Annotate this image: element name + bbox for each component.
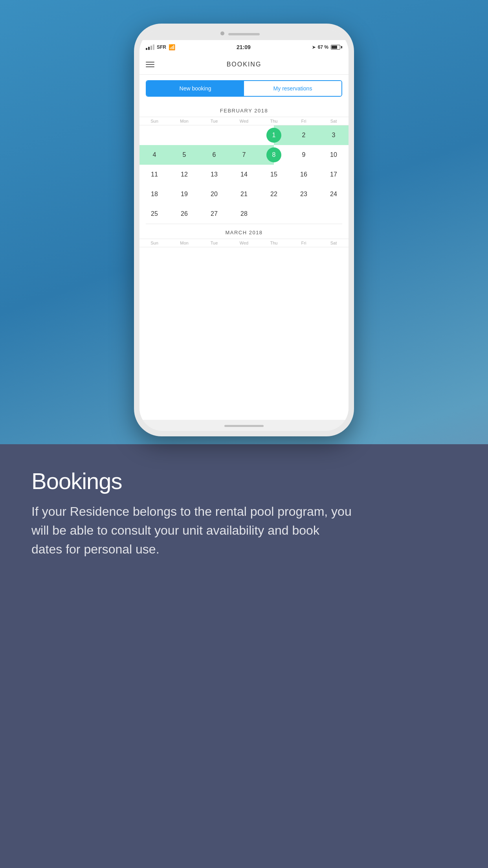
- phone-home-bar: [224, 425, 264, 427]
- cal-row-2: 4 5 6 7 8 9 10: [139, 145, 349, 165]
- cal-cell-10[interactable]: 10: [319, 145, 349, 165]
- dow-row-mar: Sun Mon Tue Wed Thu Fri Sat: [139, 239, 349, 247]
- cal-cell-20[interactable]: 20: [199, 184, 229, 204]
- wifi-icon: 📶: [169, 44, 175, 50]
- march-month-header: MARCH 2018: [139, 224, 349, 239]
- cal-cell-16[interactable]: 16: [289, 165, 319, 184]
- cal-cell-12[interactable]: 12: [169, 165, 199, 184]
- status-right: ➤ 67 %: [312, 44, 342, 50]
- day-circle-8: 8: [266, 147, 281, 162]
- cal-row-5: 25 26 27 28: [139, 204, 349, 224]
- february-month-header: FEBRUARY 2018: [139, 102, 349, 117]
- dow-row-feb: Sun Mon Tue Wed Thu Fri Sat: [139, 117, 349, 125]
- cal-cell-2[interactable]: 2: [289, 125, 319, 145]
- cal-cell-empty: [139, 125, 169, 145]
- app-title: BOOKING: [227, 61, 262, 68]
- status-left: SFR 📶: [146, 44, 175, 50]
- bookings-description: If your Residence belongs to the rental …: [31, 502, 354, 559]
- tab-switcher: New booking My reservations: [146, 80, 342, 97]
- cal-cell-empty: [199, 125, 229, 145]
- cal-cell-26[interactable]: 26: [169, 204, 199, 224]
- cal-cell-15[interactable]: 15: [259, 165, 289, 184]
- cal-cell-27[interactable]: 27: [199, 204, 229, 224]
- cal-cell-8[interactable]: 8: [259, 145, 289, 165]
- bookings-title: Bookings: [31, 468, 457, 494]
- cal-row-3: 11 12 13 14 15 16 17: [139, 165, 349, 184]
- carrier-label: SFR: [157, 44, 166, 50]
- cal-cell-22[interactable]: 22: [259, 184, 289, 204]
- app-header: BOOKING: [139, 54, 349, 75]
- cal-cell-empty: [229, 125, 259, 145]
- dow-mon: Mon: [169, 119, 199, 123]
- hamburger-menu-button[interactable]: [146, 62, 154, 67]
- cal-cell-6[interactable]: 6: [199, 145, 229, 165]
- cal-cell-empty: [169, 125, 199, 145]
- cal-cell-23[interactable]: 23: [289, 184, 319, 204]
- hamburger-line-2: [146, 64, 154, 65]
- dow-fri-mar: Fri: [289, 241, 319, 245]
- phone-camera: [220, 31, 224, 35]
- cal-cell-25[interactable]: 25: [139, 204, 169, 224]
- cal-cell-4[interactable]: 4: [139, 145, 169, 165]
- battery-pct-label: 67 %: [318, 44, 328, 50]
- status-bar: SFR 📶 21:09 ➤ 67 %: [139, 40, 349, 54]
- phone-screen: SFR 📶 21:09 ➤ 67 %: [139, 40, 349, 420]
- calendar-container: FEBRUARY 2018 Sun Mon Tue Wed Thu Fri Sa…: [139, 102, 349, 250]
- dow-sat-mar: Sat: [319, 241, 349, 245]
- dow-wed: Wed: [229, 119, 259, 123]
- cal-cell-19[interactable]: 19: [169, 184, 199, 204]
- location-icon: ➤: [312, 45, 316, 50]
- dow-sat: Sat: [319, 119, 349, 123]
- dow-sun-mar: Sun: [139, 241, 169, 245]
- cal-row-4: 18 19 20 21 22 23 24: [139, 184, 349, 204]
- phone-speaker: [228, 33, 260, 35]
- cal-cell-1[interactable]: 1: [259, 125, 289, 145]
- tab-new-booking[interactable]: New booking: [147, 81, 244, 96]
- cal-cell-28[interactable]: 28: [229, 204, 259, 224]
- cal-cell-empty: [319, 204, 349, 224]
- phone-frame: SFR 📶 21:09 ➤ 67 %: [134, 24, 354, 436]
- phone-top-decor: [139, 29, 349, 40]
- cal-cell-9[interactable]: 9: [289, 145, 319, 165]
- dow-wed-mar: Wed: [229, 241, 259, 245]
- battery-body: [331, 45, 340, 50]
- dow-fri: Fri: [289, 119, 319, 123]
- battery-tip: [341, 46, 342, 48]
- cal-cell-empty: [289, 204, 319, 224]
- cal-row-1: 1 2 3: [139, 125, 349, 145]
- tab-my-reservations[interactable]: My reservations: [244, 81, 341, 96]
- cal-cell-24[interactable]: 24: [319, 184, 349, 204]
- battery-fill: [332, 46, 337, 49]
- bottom-section: Bookings If your Residence belongs to th…: [0, 444, 488, 868]
- hamburger-line-3: [146, 66, 154, 67]
- cal-cell-5[interactable]: 5: [169, 145, 199, 165]
- phone-area: SFR 📶 21:09 ➤ 67 %: [0, 0, 488, 444]
- cal-cell-18[interactable]: 18: [139, 184, 169, 204]
- cal-cell-3[interactable]: 3: [319, 125, 349, 145]
- cal-cell-11[interactable]: 11: [139, 165, 169, 184]
- dow-tue-mar: Tue: [199, 241, 229, 245]
- signal-bars-icon: [146, 44, 154, 50]
- dow-tue: Tue: [199, 119, 229, 123]
- hamburger-line-1: [146, 62, 154, 63]
- cal-cell-7[interactable]: 7: [229, 145, 259, 165]
- day-circle-1: 1: [266, 128, 281, 143]
- battery-icon: [331, 45, 342, 50]
- cal-cell-14[interactable]: 14: [229, 165, 259, 184]
- dow-thu: Thu: [259, 119, 289, 123]
- cal-cell-13[interactable]: 13: [199, 165, 229, 184]
- dow-sun: Sun: [139, 119, 169, 123]
- cal-cell-empty: [259, 204, 289, 224]
- status-time: 21:09: [237, 44, 251, 50]
- dow-thu-mar: Thu: [259, 241, 289, 245]
- dow-mon-mar: Mon: [169, 241, 199, 245]
- cal-cell-17[interactable]: 17: [319, 165, 349, 184]
- phone-inner: SFR 📶 21:09 ➤ 67 %: [139, 29, 349, 431]
- cal-cell-21[interactable]: 21: [229, 184, 259, 204]
